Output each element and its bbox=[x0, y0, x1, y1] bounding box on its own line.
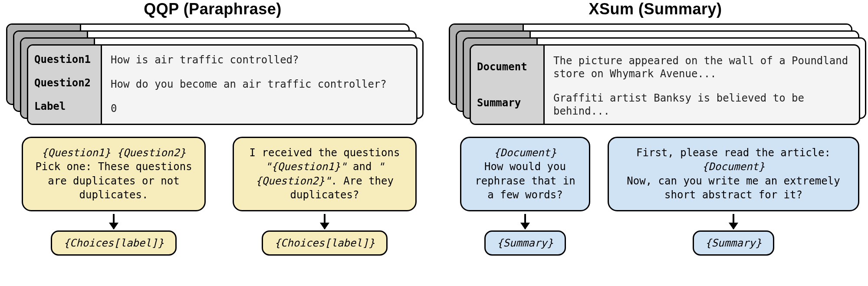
field-value-question2: How do you become an air traffic control… bbox=[111, 78, 408, 91]
qqp-output-bubble-1: {Choices[label]} bbox=[51, 230, 176, 256]
xsum-field-values: The picture appeared on the wall of a Po… bbox=[545, 46, 859, 124]
xsum-prompt-bubble-2: First, please read the article: {Documen… bbox=[608, 137, 859, 211]
qqp-field-values: How is air traffic controlled? How do yo… bbox=[102, 46, 416, 124]
field-label-question1: Question1 bbox=[34, 53, 95, 66]
xsum-panel: XSum (Summary) Document Summary The pict… bbox=[451, 0, 859, 256]
xsum-field-labels: Document Summary bbox=[471, 46, 545, 124]
field-label-document: Document bbox=[477, 61, 537, 73]
field-value-summary: Graffiti artist Banksy is believed to be… bbox=[553, 92, 850, 118]
xsum-prompt-1: {Document}How would you rephrase that in… bbox=[460, 137, 590, 256]
xsum-prompt-row: {Document}How would you rephrase that in… bbox=[460, 137, 859, 256]
arrow-icon bbox=[324, 214, 326, 229]
xsum-prompt-bubble-1: {Document}How would you rephrase that in… bbox=[460, 137, 590, 211]
xsum-output-bubble-1: {Summary} bbox=[484, 230, 566, 256]
field-label-question2: Question2 bbox=[34, 77, 95, 89]
xsum-card-stack: Document Summary The picture appeared on… bbox=[451, 26, 859, 124]
qqp-prompt-1: {Question1} {Question2}Pick one: These q… bbox=[22, 137, 206, 256]
qqp-prompt-bubble-1: {Question1} {Question2}Pick one: These q… bbox=[22, 137, 206, 211]
qqp-prompt-bubble-2: I received the questions "{Question1}" a… bbox=[233, 137, 417, 211]
qqp-title: QQP (Paraphrase) bbox=[9, 0, 417, 18]
arrow-icon bbox=[733, 214, 734, 229]
qqp-example-card: Question1 Question2 Label How is air tra… bbox=[27, 44, 418, 125]
xsum-prompt-2: First, please read the article: {Documen… bbox=[608, 137, 859, 256]
xsum-example-card: Document Summary The picture appeared on… bbox=[470, 44, 860, 125]
field-value-question1: How is air traffic controlled? bbox=[111, 53, 408, 66]
qqp-prompt-row: {Question1} {Question2}Pick one: These q… bbox=[22, 137, 417, 256]
xsum-title: XSum (Summary) bbox=[451, 0, 859, 18]
qqp-card-stack: Question1 Question2 Label How is air tra… bbox=[9, 26, 417, 124]
qqp-output-bubble-2: {Choices[label]} bbox=[262, 230, 387, 256]
qqp-prompt-2: I received the questions "{Question1}" a… bbox=[233, 137, 417, 256]
field-label-summary: Summary bbox=[477, 97, 537, 109]
arrow-icon bbox=[113, 214, 115, 229]
qqp-panel: QQP (Paraphrase) Question1 Question2 Lab… bbox=[9, 0, 417, 256]
qqp-field-labels: Question1 Question2 Label bbox=[28, 46, 102, 124]
arrow-icon bbox=[524, 214, 526, 229]
xsum-output-bubble-2: {Summary} bbox=[693, 230, 774, 256]
field-value-label: 0 bbox=[111, 102, 408, 115]
field-label-label: Label bbox=[34, 100, 95, 112]
field-value-document: The picture appeared on the wall of a Po… bbox=[553, 54, 850, 80]
